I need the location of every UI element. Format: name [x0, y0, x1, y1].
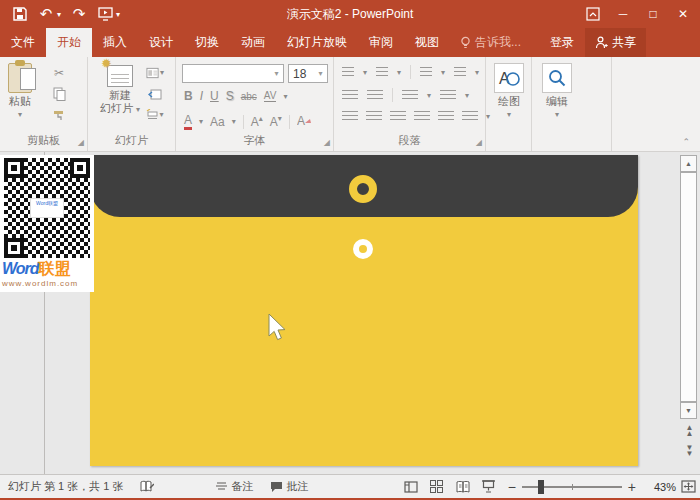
numbering-icon[interactable]	[376, 67, 388, 78]
proofing-book-icon	[140, 480, 154, 493]
character-spacing-button[interactable]: AV	[264, 90, 277, 102]
scroll-up-icon[interactable]: ▲	[680, 155, 697, 172]
grow-font-button[interactable]: A▴	[251, 114, 263, 129]
font-size-value: 18	[289, 67, 314, 81]
font-dialog-launcher-icon[interactable]: ◢	[324, 138, 330, 147]
envelope-white-ring-shape[interactable]	[353, 239, 373, 259]
text-shadow-button[interactable]: S	[226, 89, 234, 103]
clear-formatting-icon[interactable]: A	[297, 114, 311, 130]
tab-insert[interactable]: 插入	[92, 28, 138, 57]
slide-sorter-view-button[interactable]	[424, 475, 450, 498]
tab-animations[interactable]: 动画	[230, 28, 276, 57]
maximize-button[interactable]: □	[640, 3, 666, 25]
drawing-dropdown-icon[interactable]: ▾	[507, 110, 511, 119]
ribbon-tab-row: 文件 开始 插入 设计 切换 动画 幻灯片放映 审阅 视图 告诉我... 登录 …	[0, 28, 700, 57]
strikethrough-button[interactable]: abc	[241, 91, 257, 102]
svg-text:A: A	[297, 114, 305, 127]
new-slide-button[interactable]: ✹ 新建 幻灯片 ▾	[100, 65, 140, 116]
new-slide-icon: ✹	[107, 65, 133, 87]
normal-view-button[interactable]	[398, 475, 424, 498]
decrease-indent-icon[interactable]	[342, 90, 358, 101]
spellcheck-indicator[interactable]	[132, 475, 162, 498]
bullets-icon[interactable]	[342, 67, 354, 78]
format-painter-icon[interactable]	[50, 107, 68, 122]
align-text-icon[interactable]	[440, 90, 456, 101]
slide-canvas[interactable]	[90, 155, 638, 466]
underline-button[interactable]: U	[210, 89, 219, 103]
collapse-ribbon-icon[interactable]: ⌃	[682, 137, 690, 147]
smartart-convert-icon[interactable]	[462, 111, 478, 122]
ribbon: 粘贴 ▾ ✂ 剪贴板 ◢ ✹ 新建 幻灯片 ▾	[0, 57, 700, 152]
align-left-icon[interactable]	[342, 111, 358, 122]
paste-dropdown-icon[interactable]: ▾	[18, 110, 22, 119]
bold-button[interactable]: B	[184, 89, 193, 103]
zoom-out-icon[interactable]: −	[508, 479, 516, 495]
change-case-dropdown-icon[interactable]: ▾	[232, 117, 236, 126]
line-spacing-icon[interactable]	[420, 67, 432, 78]
drawing-button[interactable]: A 绘图 ▾	[494, 63, 524, 119]
close-button[interactable]: ✕	[670, 3, 696, 25]
tab-review[interactable]: 审阅	[358, 28, 404, 57]
scroll-down-icon[interactable]: ▼	[680, 402, 697, 419]
previous-slide-icon[interactable]: ▲▲	[680, 422, 697, 439]
font-color-button[interactable]: A	[184, 113, 192, 130]
character-spacing-dropdown-icon[interactable]: ▾	[283, 92, 287, 101]
shrink-font-button[interactable]: A▾	[270, 114, 282, 129]
justify-icon[interactable]	[414, 111, 430, 122]
change-case-button[interactable]: Aa	[210, 115, 225, 129]
slides-group-label: 幻灯片	[88, 133, 175, 148]
align-right-icon[interactable]	[390, 111, 406, 122]
distribute-icon[interactable]	[438, 111, 454, 122]
slideshow-view-button[interactable]	[476, 475, 502, 498]
cut-icon[interactable]: ✂	[50, 65, 68, 80]
sign-in-button[interactable]: 登录	[539, 28, 585, 57]
zoom-slider-thumb[interactable]	[538, 480, 544, 494]
vertical-scrollbar[interactable]: ▲ ▼ ▲▲ ▼▼	[680, 155, 697, 465]
zoom-percentage[interactable]: 43%	[642, 481, 676, 493]
increase-indent-icon[interactable]	[367, 90, 383, 101]
zoom-in-icon[interactable]: +	[628, 479, 636, 495]
clipboard-dialog-launcher-icon[interactable]: ◢	[78, 138, 84, 147]
fit-slide-to-window-icon[interactable]	[676, 475, 700, 498]
paragraph-dialog-launcher-icon[interactable]: ◢	[476, 138, 482, 147]
tell-me-label: 告诉我...	[475, 34, 521, 51]
reading-view-button[interactable]	[450, 475, 476, 498]
tab-file[interactable]: 文件	[0, 28, 46, 57]
layout-icon[interactable]: ▾	[146, 65, 164, 80]
share-label: 共享	[612, 34, 636, 51]
paste-button[interactable]: 粘贴 ▾	[8, 63, 32, 119]
tab-slideshow[interactable]: 幻灯片放映	[276, 28, 358, 57]
font-color-dropdown-icon[interactable]: ▾	[199, 117, 203, 126]
next-slide-icon[interactable]: ▼▼	[680, 442, 697, 459]
copy-icon[interactable]	[50, 86, 68, 101]
workspace: Word联盟 Word联盟 www.wordlm.com ▲ ▼ ▲▲ ▼▼	[0, 152, 700, 474]
clipboard-group-label: 剪贴板	[0, 133, 87, 148]
tab-transitions[interactable]: 切换	[184, 28, 230, 57]
comments-button[interactable]: 批注	[262, 475, 317, 498]
envelope-yellow-ring-shape[interactable]	[349, 175, 377, 203]
font-name-combo[interactable]: ▾	[182, 64, 284, 83]
tell-me-box[interactable]: 告诉我...	[450, 28, 531, 57]
wordlm-logo: Word联盟	[2, 259, 92, 280]
scrollbar-track[interactable]	[680, 172, 697, 402]
reset-slide-icon[interactable]	[146, 86, 164, 101]
italic-button[interactable]: I	[200, 89, 203, 103]
editing-button[interactable]: 编辑 ▾	[542, 63, 572, 119]
minimize-button[interactable]: ─	[610, 3, 636, 25]
align-center-icon[interactable]	[366, 111, 382, 122]
tab-home[interactable]: 开始	[46, 28, 92, 57]
share-button[interactable]: 共享	[585, 28, 646, 57]
person-icon	[595, 36, 608, 49]
tab-design[interactable]: 设计	[138, 28, 184, 57]
notes-button[interactable]: 备注	[207, 475, 262, 498]
section-icon[interactable]: ▾	[146, 107, 164, 122]
columns-icon[interactable]	[402, 90, 418, 101]
editing-dropdown-icon[interactable]: ▾	[555, 110, 559, 119]
zoom-slider[interactable]	[522, 486, 622, 488]
tab-view[interactable]: 视图	[404, 28, 450, 57]
text-direction-icon[interactable]	[454, 67, 466, 78]
ribbon-display-options-icon[interactable]	[580, 3, 606, 25]
font-size-combo[interactable]: 18▾	[288, 64, 328, 83]
slide-number-indicator[interactable]: 幻灯片 第 1 张，共 1 张	[0, 475, 132, 498]
paragraph-group-label: 段落	[334, 133, 485, 148]
